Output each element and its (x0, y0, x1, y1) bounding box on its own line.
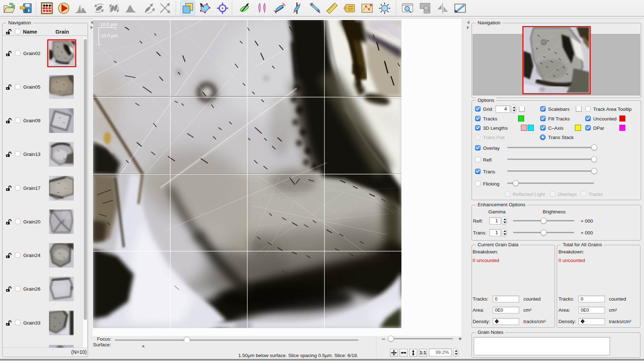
svg-text:?: ? (496, 320, 498, 323)
svg-text:10.0 µm: 10.0 µm (101, 33, 118, 38)
svg-text:?: ? (582, 320, 584, 323)
svg-text:10.0 µm: 10.0 µm (100, 22, 117, 27)
